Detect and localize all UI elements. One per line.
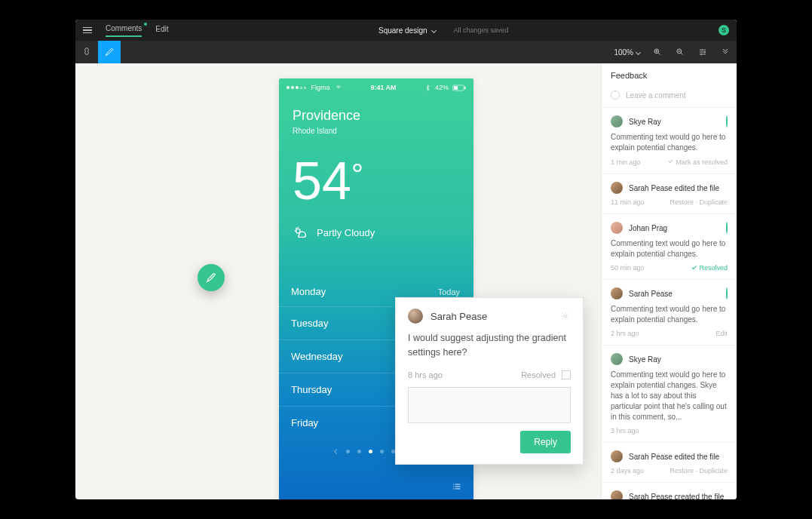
resolved-checkbox[interactable] <box>562 370 571 379</box>
author-name: Johan Prag <box>629 224 667 232</box>
svg-rect-6 <box>454 86 458 90</box>
timestamp: 50 min ago <box>611 264 645 272</box>
collapse-panel-icon[interactable] <box>714 41 737 63</box>
reply-button[interactable]: Reply <box>520 431 571 453</box>
toolbar: 100% <box>75 41 737 63</box>
zoom-in-icon[interactable] <box>646 41 669 63</box>
svg-point-11 <box>453 484 454 485</box>
avatar <box>611 490 623 499</box>
partly-cloudy-icon <box>293 224 309 241</box>
edit-fab[interactable] <box>198 264 225 291</box>
avatar <box>611 353 623 365</box>
status-ring-icon <box>726 222 728 234</box>
user-avatar[interactable]: S <box>719 25 729 35</box>
project-title[interactable]: Square design <box>378 26 427 35</box>
state-label: Rhode Island <box>279 127 473 135</box>
svg-point-14 <box>564 315 567 318</box>
comment-body: Commenting text would go here to explain… <box>611 304 728 325</box>
comment-popover: Sarah Pease I would suggest adjusting th… <box>395 297 584 465</box>
comment-body: Commenting text would go here to explain… <box>611 132 728 153</box>
gear-icon[interactable] <box>560 311 571 321</box>
item-actions[interactable]: Restore · Duplicate <box>670 467 728 474</box>
canvas[interactable]: Figma 9:41 AM 42% Providence Rhode Islan… <box>75 63 601 499</box>
status-time: 9:41 AM <box>370 84 396 91</box>
resolved-label: Resolved <box>521 370 556 379</box>
author-name: Sarah Pease <box>431 311 487 322</box>
wifi-icon <box>335 84 342 91</box>
empty-circle-icon <box>611 91 620 100</box>
comment-tool[interactable] <box>98 41 121 63</box>
leave-comment[interactable]: Leave a comment <box>602 86 737 108</box>
item-actions[interactable]: Restore · Duplicate <box>670 198 728 206</box>
svg-point-4 <box>700 54 702 55</box>
feedback-item[interactable]: Sarah Pease created the file <box>602 483 737 499</box>
bluetooth-icon <box>424 84 431 91</box>
svg-point-8 <box>296 229 301 233</box>
avatar <box>611 222 623 234</box>
zoom-level[interactable]: 100% <box>614 48 640 57</box>
status-bar: Figma 9:41 AM 42% <box>279 78 473 91</box>
status-ring-icon <box>726 287 728 299</box>
svg-point-3 <box>704 51 706 53</box>
city-label: Providence <box>279 91 473 127</box>
feedback-item[interactable]: Sarah PeaseCommenting text would go here… <box>602 280 737 345</box>
timestamp: 1 min ago <box>611 158 641 166</box>
status-ring-icon <box>726 115 728 127</box>
item-actions[interactable]: Edit <box>715 330 728 337</box>
svg-rect-7 <box>464 86 466 89</box>
panel-title: Feedback <box>602 63 737 86</box>
figma-logo-icon[interactable] <box>75 41 98 63</box>
author-name: Sarah Pease <box>629 290 673 298</box>
menubar: Comments Edit Square design All changes … <box>75 20 737 41</box>
feedback-item[interactable]: Skye RayCommenting text would go here to… <box>602 345 737 443</box>
comment-body: Commenting text would go here to explain… <box>611 238 728 260</box>
author-name: Skye Ray <box>629 118 661 126</box>
feedback-item[interactable]: Sarah Pease edited the file2 days agoRes… <box>602 443 737 483</box>
comment-time: 8 hrs ago <box>408 370 443 379</box>
temperature: 54° <box>279 135 473 217</box>
feedback-item[interactable]: Johan PragCommenting text would go here … <box>602 214 737 280</box>
feedback-panel: Feedback Leave a comment Skye RayComment… <box>601 63 737 499</box>
timestamp: 11 min ago <box>611 198 645 206</box>
author-name: Sarah Pease edited the file <box>629 184 719 192</box>
avatar <box>611 115 623 127</box>
feedback-item[interactable]: Skye RayCommenting text would go here to… <box>602 108 737 174</box>
zoom-out-icon[interactable] <box>669 41 691 63</box>
item-actions[interactable]: Resolved <box>691 264 728 272</box>
svg-point-13 <box>453 488 454 489</box>
save-status: All changes saved <box>454 26 509 34</box>
avatar <box>611 287 623 299</box>
svg-point-2 <box>701 49 703 51</box>
feedback-item[interactable]: Sarah Pease edited the file11 min agoRes… <box>602 174 737 214</box>
author-name: Sarah Pease edited the file <box>629 453 719 461</box>
figma-app-window: Comments Edit Square design All changes … <box>75 20 737 499</box>
svg-point-12 <box>453 486 454 487</box>
project-chevron-icon[interactable] <box>431 27 436 32</box>
condition-row: Partly Cloudy <box>279 217 473 241</box>
author-name: Sarah Pease created the file <box>629 493 724 500</box>
timestamp: 3 hrs ago <box>611 427 639 435</box>
list-icon[interactable] <box>452 481 463 492</box>
timestamp: 2 days ago <box>611 467 644 474</box>
pager-prev-icon[interactable] <box>334 449 339 454</box>
settings-icon[interactable] <box>691 41 714 63</box>
timestamp: 2 hrs ago <box>611 330 639 337</box>
battery-icon <box>452 84 466 91</box>
tab-edit[interactable]: Edit <box>155 25 168 36</box>
comment-text: I would suggest adjusting the gradient s… <box>408 331 571 360</box>
author-avatar <box>408 309 423 324</box>
item-actions[interactable]: Mark as resolved <box>667 158 728 166</box>
avatar <box>611 182 623 194</box>
tab-comments[interactable]: Comments <box>106 24 142 37</box>
comment-body: Commenting text would go here to explain… <box>611 370 728 422</box>
author-name: Skye Ray <box>629 355 661 364</box>
avatar <box>611 450 623 462</box>
reply-textarea[interactable] <box>408 387 571 423</box>
hamburger-icon[interactable] <box>83 27 92 34</box>
